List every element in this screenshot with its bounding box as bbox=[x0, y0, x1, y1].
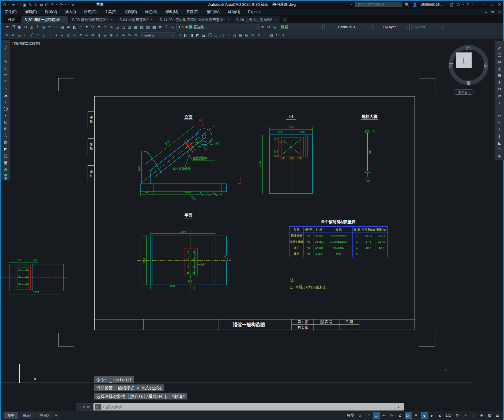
design-center-icon[interactable]: ▦ bbox=[133, 24, 139, 30]
polygon-icon[interactable]: ◇ bbox=[2, 65, 9, 71]
redo-caret-icon[interactable]: ▾ bbox=[65, 3, 66, 6]
dim-angular-icon[interactable]: ∠ bbox=[65, 32, 71, 39]
draw-order-above-icon[interactable]: ◩ bbox=[195, 32, 201, 39]
clean-screen-button[interactable]: ⊡ bbox=[486, 412, 494, 419]
web-icon[interactable]: ◍ bbox=[41, 24, 47, 30]
dim-ordinate-icon[interactable]: ⊥ bbox=[41, 32, 47, 39]
file-tab[interactable]: S-30 锚碇一般构造图*✕ bbox=[21, 16, 68, 23]
share-icon[interactable]: ➤ bbox=[72, 3, 75, 7]
properties-icon[interactable]: ▥ bbox=[127, 24, 133, 30]
file-tab[interactable]: S-26 主缆接点坐标图*✕ bbox=[233, 16, 280, 23]
view-cube[interactable]: 北 南 西 东 上 未命名▾ bbox=[444, 44, 495, 96]
layout-tab[interactable]: 布局2 bbox=[36, 412, 52, 419]
command-prompt-icon[interactable]: >_ bbox=[95, 404, 101, 410]
compass-west[interactable]: 西 bbox=[449, 62, 453, 68]
copy-clip-icon[interactable]: ⊞ bbox=[53, 24, 59, 30]
annotation-visibility-toggle[interactable]: ◮ bbox=[421, 412, 428, 419]
rotate-icon[interactable]: ↻ bbox=[496, 85, 503, 92]
palette-grip[interactable]: ⠿⠿ bbox=[497, 41, 502, 44]
xref-clip-icon[interactable]: ◫ bbox=[219, 32, 225, 39]
sheet-set-icon[interactable]: ▨ bbox=[145, 24, 151, 30]
chevron-down-icon[interactable]: ▾ bbox=[407, 26, 408, 28]
qat-customize-icon[interactable]: ▾ bbox=[68, 3, 70, 6]
help-icon[interactable]: ? bbox=[163, 24, 169, 30]
close-icon[interactable]: ✕ bbox=[82, 405, 85, 409]
user-avatar-icon[interactable]: 👤 bbox=[412, 3, 417, 7]
command-input-bar[interactable]: >_ ▾ 键入命令 ▲ bbox=[93, 403, 404, 411]
menu-item[interactable]: Express bbox=[244, 9, 265, 15]
dim-style-dropdown[interactable]: maoding ▾ bbox=[140, 32, 175, 38]
menu-item[interactable]: 插入(I) bbox=[61, 9, 80, 15]
draw-order-back-icon[interactable]: ◨ bbox=[188, 32, 195, 39]
block-editor-icon[interactable]: ◧ bbox=[71, 24, 78, 30]
prompt-caret-icon[interactable]: ▾ bbox=[103, 406, 104, 408]
redo-icon[interactable]: ↷ bbox=[90, 24, 96, 30]
layer-previous-icon[interactable]: ↺ bbox=[266, 24, 272, 30]
layer-lock-icon[interactable]: ◉ bbox=[185, 25, 188, 28]
logo-caret-icon[interactable]: ▾ bbox=[8, 3, 9, 6]
chevron-down-icon[interactable]: ▾ bbox=[172, 34, 173, 37]
redo-caret-icon[interactable]: ▾ bbox=[96, 24, 102, 30]
table-icon[interactable]: ▦ bbox=[2, 159, 9, 166]
chevron-down-icon[interactable]: ▾ bbox=[367, 26, 369, 28]
open-file-icon[interactable]: ❐ bbox=[17, 3, 21, 7]
match-properties-icon[interactable]: ▰ bbox=[65, 24, 71, 30]
dim-edit-icon[interactable]: ✎ bbox=[127, 32, 133, 39]
plot-preview-icon[interactable]: ◫ bbox=[28, 24, 35, 30]
file-tab[interactable]: 开始 bbox=[5, 16, 21, 23]
toolbar-grip[interactable]: ⁞⁞ bbox=[2, 34, 3, 37]
polyline-icon[interactable]: ∿ bbox=[2, 58, 9, 65]
viewport-clip-icon[interactable]: ◱ bbox=[231, 32, 237, 39]
region-icon[interactable]: ◰ bbox=[2, 152, 9, 159]
user-caret-icon[interactable]: ▾ bbox=[445, 3, 447, 6]
spline-icon[interactable]: ≀ bbox=[2, 98, 9, 105]
center-mark-icon[interactable]: ⊕ bbox=[108, 32, 114, 39]
layer-properties-icon[interactable]: ≋ bbox=[169, 24, 176, 30]
scale-icon[interactable]: ▱ bbox=[496, 92, 503, 99]
help-icon[interactable]: ? bbox=[467, 3, 469, 7]
rectangle-icon[interactable]: ▭ bbox=[2, 71, 9, 78]
isolate-objects-button[interactable]: ◌ bbox=[470, 412, 478, 419]
dim-space-icon[interactable]: ≌ bbox=[90, 32, 96, 39]
compass-south[interactable]: 南 bbox=[466, 80, 471, 86]
new-icon[interactable]: ▱ bbox=[4, 24, 10, 30]
print-icon[interactable]: ⊟ bbox=[45, 3, 48, 7]
undo-caret-icon[interactable]: ▾ bbox=[84, 24, 90, 30]
chamfer-icon[interactable]: ◣ bbox=[496, 139, 503, 146]
new-tab-button[interactable]: + bbox=[282, 17, 287, 22]
zoom-previous-icon[interactable]: ◰ bbox=[120, 24, 127, 30]
layer-freeze-icon[interactable]: ☀ bbox=[181, 25, 184, 28]
close-button[interactable]: ✕ bbox=[498, 2, 501, 7]
chevron-down-icon[interactable]: ▾ bbox=[256, 26, 257, 28]
doc-restore-button[interactable]: ⧉ bbox=[491, 10, 494, 14]
text-layers-icon[interactable]: ≣ bbox=[16, 32, 22, 39]
model-space-toggle[interactable]: 模型 bbox=[346, 412, 356, 419]
autocad-logo-icon[interactable]: A bbox=[2, 2, 6, 8]
gradient-icon[interactable]: ◩ bbox=[2, 146, 9, 152]
menu-item[interactable]: 参数(P) bbox=[182, 9, 203, 15]
explode-icon[interactable]: ✳ bbox=[280, 32, 286, 39]
array-icon[interactable]: ⊞ bbox=[496, 72, 503, 79]
dim-linear-icon[interactable]: ⊢ bbox=[22, 32, 28, 39]
layer-states-icon[interactable]: ≈ bbox=[260, 24, 266, 30]
tab-close-icon[interactable]: ✕ bbox=[110, 18, 113, 21]
autodesk-a-icon[interactable]: A bbox=[457, 3, 460, 7]
tab-close-icon[interactable]: ✕ bbox=[63, 18, 65, 21]
fillet-icon[interactable]: ◠ bbox=[496, 146, 503, 153]
construction-line-icon[interactable]: ⋰ bbox=[2, 51, 9, 58]
layer-dropdown[interactable]: ● ☀ ◉ 标注线 ▾ bbox=[176, 24, 259, 30]
model-space-canvas[interactable]: 锚碇一般构造图 第 1 张 共 1 张 图 表 号 日 期 立面 I-I 螺栓大… bbox=[1, 1, 504, 420]
publish-icon[interactable]: ⇑ bbox=[35, 24, 41, 30]
save-icon[interactable]: ▣ bbox=[16, 24, 22, 30]
circle-icon[interactable]: ○ bbox=[2, 85, 9, 92]
dim-arc-icon[interactable]: ◠ bbox=[35, 32, 41, 39]
extend-icon[interactable]: ⊢ bbox=[496, 119, 503, 126]
quickcalc-icon[interactable]: ≣ bbox=[157, 24, 163, 30]
cut-icon[interactable]: ✂ bbox=[47, 24, 53, 30]
viewcube-top-face[interactable]: 上 bbox=[456, 52, 472, 68]
trim-icon[interactable]: ✂ bbox=[496, 112, 503, 119]
image-frame-icon[interactable]: ▭ bbox=[225, 32, 231, 39]
polyline-edit-icon[interactable]: ∿ bbox=[256, 32, 262, 39]
dim-continue-icon[interactable]: ≔ bbox=[84, 32, 90, 39]
stretch-icon[interactable]: ↕ bbox=[496, 99, 503, 106]
